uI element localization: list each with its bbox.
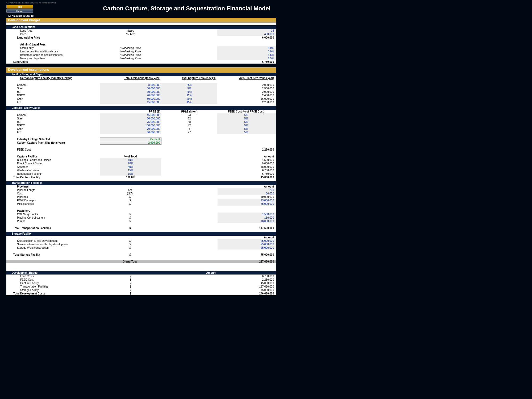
section-banner-dev-budget: Development Budget: [6, 18, 276, 23]
subheader-facility-sizing: Facility Sizing and Capex: [6, 73, 276, 76]
faint-text: [6, 265, 276, 271]
copyright-text: © Profit Vision Financial Services. All …: [0, 1, 340, 5]
subheader-capex: Capture Facility Capex: [6, 106, 276, 110]
page-title: Carbon Capture, Storage and Sequestratio…: [33, 5, 340, 14]
capex-table: PP&E ($)PP&E ($/ton)FEED Cost (% of PP&E…: [6, 110, 276, 179]
home-button[interactable]: Home: [6, 9, 33, 13]
section-banner-dev-assumptions: Development Assumptions: [6, 67, 276, 73]
top-button[interactable]: Top: [6, 5, 33, 9]
storage-table: Amount Site Selection & Site Development…: [6, 236, 276, 263]
subheader-transport: Transportation Facilities: [6, 181, 276, 185]
summary-table: Development BudgetAmount Land Costs$6.78…: [6, 271, 276, 295]
currency-note: All Amounts in USD ($): [6, 14, 276, 18]
transport-table: PipelinesAmount Pipeline LengthKM200 Cos…: [6, 185, 276, 230]
subheader-storage: Storage Facility: [6, 232, 276, 236]
sizing-table: Carbon Capture Facility Industry Linkage…: [6, 76, 276, 104]
subheader-land-assumptions: Land Assumptions: [6, 25, 276, 29]
land-table: Land AreaAcres15 Price$ / Acre400.000 La…: [6, 29, 276, 64]
